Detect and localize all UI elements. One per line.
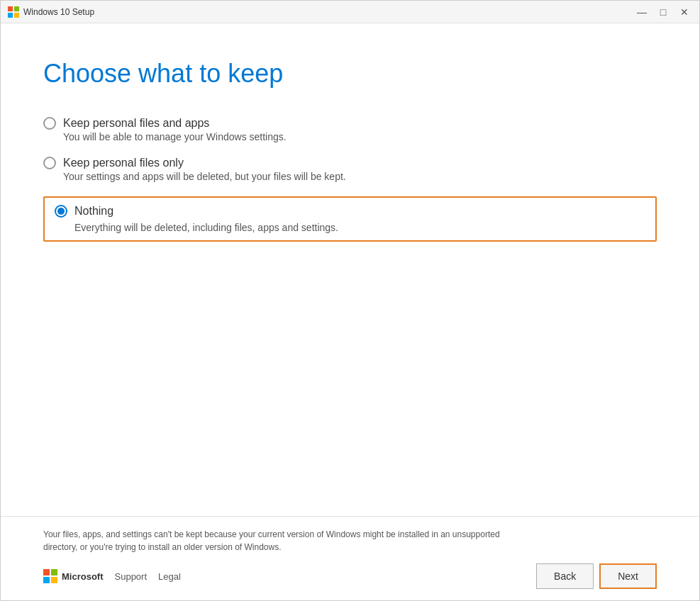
option-desc-3: Everything will be deleted, including fi…: [74, 222, 645, 233]
option-label-2: Keep personal files only: [63, 157, 184, 169]
option-desc-1: You will be able to manage your Windows …: [63, 131, 657, 142]
footer-left: Microsoft Support Legal: [43, 569, 181, 583]
radio-keep-files-only[interactable]: [43, 157, 56, 169]
title-bar-controls: — □ ✕: [633, 5, 694, 19]
option-label-1: Keep personal files and apps: [63, 117, 209, 130]
page-title: Choose what to keep: [43, 59, 657, 89]
options-container: Keep personal files and apps You will be…: [43, 117, 657, 242]
option-desc-2: Your settings and apps will be deleted, …: [63, 171, 657, 182]
footer-info-text: Your files, apps, and settings can't be …: [43, 528, 526, 554]
back-button[interactable]: Back: [536, 563, 594, 589]
svg-rect-0: [8, 6, 13, 11]
option-row-2: Keep personal files only: [43, 157, 657, 169]
option-nothing[interactable]: Nothing Everything will be deleted, incl…: [43, 196, 657, 242]
main-content: Choose what to keep Keep personal files …: [1, 23, 699, 516]
microsoft-brand: Microsoft: [43, 569, 104, 583]
minimize-button[interactable]: —: [633, 5, 651, 19]
microsoft-logo-icon: [43, 569, 57, 583]
radio-nothing[interactable]: [55, 205, 67, 218]
svg-rect-3: [14, 13, 19, 18]
window: Windows 10 Setup — □ ✕ Choose what to ke…: [0, 0, 700, 601]
next-button[interactable]: Next: [599, 563, 657, 589]
option-row-3: Nothing: [55, 205, 645, 218]
window-title: Windows 10 Setup: [23, 7, 94, 17]
legal-link[interactable]: Legal: [158, 571, 181, 582]
svg-rect-2: [8, 13, 13, 18]
footer-bottom: Microsoft Support Legal Back Next: [43, 563, 657, 589]
radio-keep-files-apps[interactable]: [43, 117, 56, 130]
microsoft-text: Microsoft: [62, 571, 104, 582]
svg-rect-1: [14, 6, 19, 11]
option-keep-files-only[interactable]: Keep personal files only Your settings a…: [43, 157, 657, 182]
support-link[interactable]: Support: [115, 571, 148, 582]
maximize-button[interactable]: □: [654, 5, 672, 19]
title-bar: Windows 10 Setup — □ ✕: [1, 1, 699, 23]
title-bar-left: Windows 10 Setup: [8, 6, 94, 18]
footer-buttons: Back Next: [536, 563, 657, 589]
option-row-1: Keep personal files and apps: [43, 117, 657, 130]
footer: Your files, apps, and settings can't be …: [1, 516, 699, 600]
windows-setup-icon: [8, 6, 19, 18]
option-keep-files-apps[interactable]: Keep personal files and apps You will be…: [43, 117, 657, 142]
option-label-3: Nothing: [74, 205, 113, 218]
close-button[interactable]: ✕: [675, 5, 694, 19]
